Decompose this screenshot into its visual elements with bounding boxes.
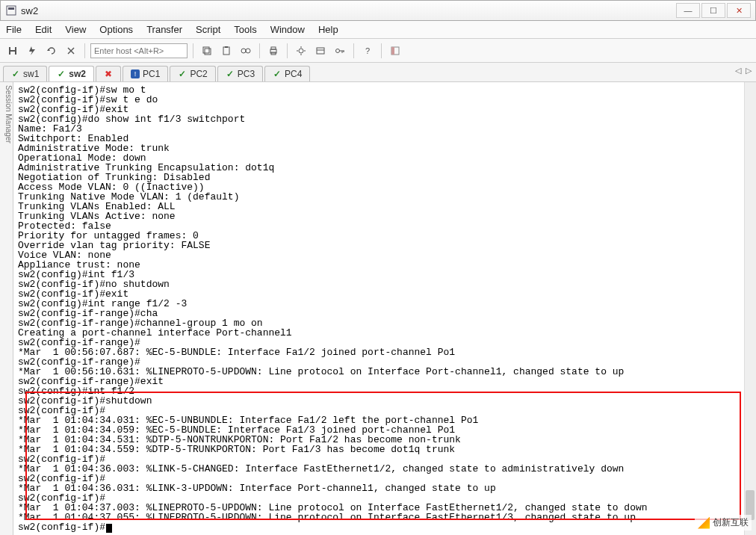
warning-icon: ! (131, 69, 140, 78)
session-options-icon[interactable] (312, 43, 329, 59)
disconnect-icon[interactable] (63, 43, 79, 59)
session-tab-PC4[interactable]: ✓PC4 (264, 66, 310, 81)
svg-rect-31 (391, 47, 394, 55)
menu-script[interactable]: Script (196, 24, 220, 35)
menu-window[interactable]: Window (270, 24, 305, 35)
svg-point-13 (241, 49, 246, 53)
menu-view[interactable]: View (65, 24, 86, 35)
svg-rect-3 (9, 47, 10, 55)
tab-label: PC2 (190, 69, 207, 79)
svg-point-14 (246, 49, 250, 53)
menu-file[interactable]: File (6, 24, 22, 35)
tab-label: PC3 (238, 69, 255, 79)
check-icon: ✓ (226, 69, 235, 78)
svg-rect-16 (271, 47, 276, 49)
copy-icon[interactable] (199, 43, 215, 59)
settings-icon[interactable] (293, 43, 309, 59)
print-icon[interactable] (265, 43, 282, 59)
x-icon: ✖ (104, 69, 113, 78)
scrollbar[interactable] (744, 82, 756, 535)
menubar: File Edit View Options Transfer Script T… (0, 21, 756, 39)
tab-label: sw2 (69, 69, 86, 79)
watermark-logo-icon (698, 517, 710, 529)
paste-icon[interactable] (218, 43, 235, 59)
svg-rect-11 (223, 47, 229, 55)
menu-edit[interactable]: Edit (35, 24, 52, 35)
app-icon (5, 4, 17, 16)
menu-options[interactable]: Options (99, 24, 133, 35)
check-icon: ✓ (178, 69, 187, 78)
check-icon: ✓ (273, 69, 282, 78)
toggle-panel-icon[interactable] (387, 43, 403, 59)
menu-tools[interactable]: Tools (234, 24, 256, 35)
minimize-button[interactable]: — (676, 3, 700, 18)
session-tab-sw1[interactable]: ✓sw1 (3, 66, 47, 81)
tab-label: PC1 (143, 69, 160, 79)
session-tab-PC2[interactable]: ✓PC2 (170, 66, 215, 81)
svg-rect-10 (205, 49, 211, 55)
svg-rect-12 (225, 46, 228, 48)
svg-marker-5 (29, 46, 35, 55)
tab-scroll-left[interactable]: ◁ (735, 66, 741, 75)
svg-rect-0 (7, 6, 16, 15)
svg-rect-23 (317, 48, 324, 54)
find-icon[interactable] (238, 43, 254, 59)
svg-rect-4 (15, 47, 16, 55)
tab-scroll-right[interactable]: ▷ (746, 66, 752, 75)
window-title: sw2 (21, 5, 676, 16)
watermark: 创新互联 (695, 515, 752, 531)
menu-help[interactable]: Help (318, 24, 338, 35)
quick-connect-icon[interactable] (24, 43, 40, 59)
session-manager-sidebar[interactable]: Session Manager (0, 82, 13, 535)
titlebar: sw2 — ☐ ✕ (0, 0, 756, 21)
key-icon[interactable] (332, 43, 348, 59)
session-tab-blank[interactable]: ✖ (96, 66, 121, 81)
close-button[interactable]: ✕ (727, 3, 751, 18)
reconnect-icon[interactable] (43, 43, 60, 59)
session-tab-PC1[interactable]: !PC1 (123, 66, 168, 81)
host-input[interactable] (90, 43, 188, 58)
terminal-output: sw2(config-if)#sw mo t sw2(config-if)#sw… (13, 82, 744, 535)
tab-label: sw1 (23, 69, 39, 79)
check-icon: ✓ (57, 69, 66, 78)
session-tab-sw2[interactable]: ✓sw2 (49, 66, 94, 81)
help-icon[interactable]: ? (359, 43, 376, 59)
menu-transfer[interactable]: Transfer (146, 24, 182, 35)
watermark-text: 创新互联 (713, 516, 749, 529)
main-area: Session Manager sw2(config-if)#sw mo t s… (0, 82, 756, 535)
toolbar: ? (0, 39, 756, 63)
svg-point-25 (336, 49, 340, 52)
terminal-panel[interactable]: sw2(config-if)#sw mo t sw2(config-if)#sw… (13, 82, 756, 535)
svg-text:?: ? (365, 46, 370, 55)
session-tabbar: ✓sw1✓sw2✖!PC1✓PC2✓PC3✓PC4 ◁ ▷ (0, 63, 756, 82)
svg-rect-1 (8, 7, 14, 10)
svg-point-18 (299, 49, 303, 53)
check-icon: ✓ (11, 69, 20, 78)
svg-rect-9 (203, 47, 209, 53)
maximize-button[interactable]: ☐ (701, 3, 725, 18)
tab-label: PC4 (285, 69, 302, 79)
connect-icon[interactable] (4, 43, 21, 59)
session-tab-PC3[interactable]: ✓PC3 (217, 66, 263, 81)
